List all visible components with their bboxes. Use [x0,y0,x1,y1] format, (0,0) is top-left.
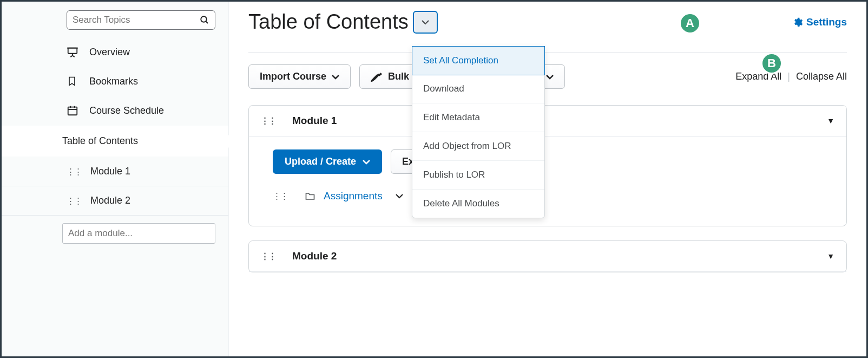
settings-label: Settings [806,16,847,28]
sidebar: Overview Bookmarks Course Schedule Table… [2,2,229,356]
nav-label: Bookmarks [89,76,138,87]
chevron-down-icon[interactable] [396,193,403,199]
nav-overview[interactable]: Overview [2,37,228,67]
annotation-badge-b: B [761,53,782,74]
sidebar-module-1[interactable]: ⋮⋮ Module 1 [2,157,228,186]
module-card-2: ⋮⋮ Module 2 ▼ [248,240,847,272]
module-label: Module 1 [90,166,130,177]
svg-line-5 [70,55,73,57]
main-content: Table of Contents Settings Import Cour [229,2,866,356]
button-label: Upload / Create [285,156,356,167]
divider [248,52,847,53]
chevron-down-icon [332,74,339,80]
button-label: Import Course [260,71,326,82]
calendar-icon [67,105,81,116]
svg-point-0 [201,16,207,22]
separator: | [787,71,790,82]
toc-context-menu-button[interactable] [413,11,438,34]
menu-edit-metadata[interactable]: Edit Metadata [412,103,544,132]
svg-line-1 [206,21,208,23]
gear-icon [792,17,803,28]
menu-set-all-completion[interactable]: Set All Completion [412,46,545,75]
collapse-toggle[interactable]: ▼ [827,252,834,261]
menu-download[interactable]: Download [412,75,544,103]
pencil-icon [371,72,383,82]
toc-context-menu: Set All Completion Download Edit Metadat… [412,46,545,218]
module-header[interactable]: ⋮⋮ Module 1 ▼ [249,106,846,136]
search-topics[interactable] [67,10,215,30]
presentation-icon [67,46,81,58]
nav-label: Course Schedule [89,105,164,116]
module-title: Module 2 [292,250,337,262]
nav-course-schedule[interactable]: Course Schedule [2,96,228,125]
nav-label: Overview [89,47,130,58]
collapse-toggle[interactable]: ▼ [827,116,834,125]
drag-handle-icon[interactable]: ⋮⋮ [273,191,288,201]
menu-publish-lor[interactable]: Publish to LOR [412,161,544,190]
module-label: Module 2 [90,195,130,206]
drag-handle-icon[interactable]: ⋮⋮ [261,116,276,126]
drag-handle-icon[interactable]: ⋮⋮ [261,251,276,261]
svg-line-6 [73,55,75,57]
page-title: Table of Contents [248,10,409,34]
sidebar-module-2[interactable]: ⋮⋮ Module 2 [2,186,228,216]
module-header[interactable]: ⋮⋮ Module 2 ▼ [249,241,846,272]
upload-create-button[interactable]: Upload / Create [273,149,382,174]
svg-rect-7 [68,107,77,115]
drag-handle-icon[interactable]: ⋮⋮ [67,167,82,177]
settings-button[interactable]: Settings [792,16,847,28]
chevron-down-icon [546,74,554,80]
collapse-all-link[interactable]: Collapse All [796,71,847,82]
nav-table-of-contents[interactable]: Table of Contents [2,125,228,157]
search-icon[interactable] [200,15,209,25]
menu-add-object-lor[interactable]: Add Object from LOR [412,132,544,161]
topic-link[interactable]: Assignments [324,190,383,202]
add-module-input[interactable] [62,223,215,244]
topic-row-assignments[interactable]: ⋮⋮ Assignments [273,190,830,202]
annotation-badge-a: A [679,12,701,34]
nav-bookmarks[interactable]: Bookmarks [2,67,228,96]
import-course-button[interactable]: Import Course [248,64,351,89]
folder-icon [304,191,316,201]
module-card-1: ⋮⋮ Module 1 ▼ Upload / Create Existing A… [248,105,847,226]
search-input[interactable] [73,15,200,25]
menu-delete-all-modules[interactable]: Delete All Modules [412,190,544,218]
drag-handle-icon[interactable]: ⋮⋮ [67,196,82,206]
module-title: Module 1 [292,115,337,127]
bookmark-icon [67,75,81,87]
svg-rect-2 [68,48,77,54]
